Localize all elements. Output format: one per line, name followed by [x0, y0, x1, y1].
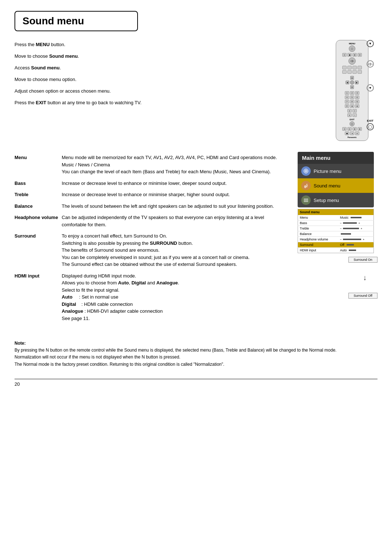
main-menu-box: Main menu Picture menu Sound menu [298, 152, 374, 207]
term-surround: Surround [15, 230, 62, 270]
smt-row-surround: Surround Off [298, 242, 374, 248]
smt-value-surround: Off [338, 242, 374, 248]
exit-step-label: EXIT [367, 119, 374, 122]
smt-label-hdmi: HDMI input [298, 248, 338, 253]
svg-point-2 [304, 185, 306, 188]
sound-menu-label: Sound menu [314, 183, 340, 189]
exit-arrow: ◯ [367, 123, 374, 130]
def-bass: Increase or decrease level to enhance or… [62, 178, 290, 189]
term-balance: Balance [15, 200, 62, 212]
desc-row-bass: Bass Increase or decrease level to enhan… [15, 178, 290, 189]
smt-row-balance: Balance [298, 231, 374, 237]
remote-illustration: MENU ◯ ⊙ ▣ ⊞ ⊡ ◁▷ [327, 40, 377, 141]
note-section: Note: By pressing the N button on the re… [15, 340, 377, 368]
term-treble: Treble [15, 189, 62, 200]
surround-section: Surround On ↓ Surround Off [298, 257, 377, 299]
smt-value-menu: Music [338, 215, 374, 220]
note-title: Note: [15, 341, 26, 346]
intro-step-6: Press the EXIT button at any time to go … [15, 98, 319, 108]
svg-rect-5 [304, 201, 308, 202]
setup-menu-label: Setup menu [314, 198, 339, 203]
smt-row-bass: Bass − + [298, 220, 374, 226]
smt-value-bass: − + [338, 220, 374, 226]
surround-on-label: Surround On [348, 257, 377, 263]
def-surround: To enjoy a concert hall effect, turn Sur… [62, 230, 290, 270]
smt-value-headphone: − + [338, 237, 374, 242]
def-hdmi: Displayed during HDMI input mode. Allows… [62, 270, 290, 324]
desc-row-balance: Balance The levels of sound between the … [15, 200, 290, 212]
picture-menu-label: Picture menu [314, 169, 342, 174]
note-line-1: By pressing the N button on the remote c… [15, 347, 377, 354]
menu-item-setup: Setup menu [298, 193, 374, 207]
smt-row-treble: Treble − + [298, 226, 374, 231]
surround-off-label: Surround Off [348, 293, 377, 299]
smt-label-balance: Balance [298, 231, 338, 237]
content-area: Menu Menu mode will be memorized for eac… [15, 152, 377, 333]
def-treble: Increase or decrease level to enhance or… [62, 189, 290, 200]
desc-row-treble: Treble Increase or decrease level to enh… [15, 189, 290, 200]
surround-arrow: ↓ [363, 274, 367, 282]
menu-arrow: ▼ [367, 40, 374, 47]
desc-table: Menu Menu mode will be memorized for eac… [15, 152, 290, 324]
main-menu-title: Main menu [298, 152, 374, 164]
term-menu: Menu [15, 152, 62, 178]
desc-row-surround: Surround To enjoy a concert hall effect,… [15, 230, 290, 270]
menu-item-sound: Sound menu [298, 178, 374, 193]
smt-label-bass: Bass [298, 220, 338, 226]
setup-icon [301, 195, 311, 205]
nav-arrow-2: ▼ [367, 84, 374, 92]
smt-value-balance [338, 231, 374, 237]
smt-value-treble: − + [338, 226, 374, 231]
smt-row-menu: Menu Music [298, 215, 374, 220]
intro-step-2: Move to choose Sound menu. [15, 52, 319, 61]
term-hdmi: HDMI input [15, 270, 62, 324]
menu-item-picture: Picture menu [298, 164, 374, 178]
page-title: Sound menu [15, 11, 138, 31]
intro-text: Press the MENU button. Move to choose So… [15, 40, 319, 141]
note-line-2: Normalization will not occur if the menu… [15, 354, 377, 361]
intro-step-1: Press the MENU button. [15, 40, 319, 49]
svg-rect-4 [304, 200, 308, 201]
def-menu: Menu mode will be memorized for each TV,… [62, 152, 290, 178]
smt-label-treble: Treble [298, 226, 338, 231]
desc-row-headphone: Headphone volume Can be adjusted indepen… [15, 212, 290, 230]
desc-row-menu: Menu Menu mode will be memorized for eac… [15, 152, 290, 178]
term-bass: Bass [15, 178, 62, 189]
descriptions-column: Menu Menu mode will be memorized for eac… [15, 152, 290, 333]
def-balance: The levels of sound between the left and… [62, 200, 290, 212]
page-number: 20 [15, 379, 377, 387]
desc-row-hdmi: HDMI input Displayed during HDMI input m… [15, 270, 290, 324]
smt-label-menu: Menu [298, 215, 338, 220]
remote-body: MENU ◯ ⊙ ▣ ⊞ ⊡ ◁▷ [336, 40, 368, 141]
nav-arrow-1: ◁▷ [367, 60, 374, 68]
smt-row-headphone: Headphone volume − + [298, 237, 374, 242]
svg-rect-3 [304, 199, 308, 199]
smt-row-hdmi: HDMI input Auto [298, 248, 374, 253]
intro-step-5: Adjust chosen option or access chosen me… [15, 86, 319, 96]
right-column: Main menu Picture menu Sound menu [298, 152, 377, 333]
sound-menu-table-title: Sound menu [298, 209, 374, 215]
def-headphone: Can be adjusted independently of the TV … [62, 212, 290, 230]
intro-step-3: Access Sound menu. [15, 63, 319, 73]
smt-label-headphone: Headphone volume [298, 237, 338, 242]
sound-menu-table: Sound menu Menu Music Bass [298, 209, 374, 253]
sound-icon [301, 181, 311, 190]
term-headphone: Headphone volume [15, 212, 62, 230]
smt-value-hdmi: Auto [338, 248, 374, 253]
step-arrows: ▼ ◁▷ ▼ EXIT ◯ [367, 40, 374, 130]
svg-point-1 [305, 170, 307, 172]
intro-step-4: Move to choose menu option. [15, 75, 319, 84]
picture-icon [301, 166, 311, 176]
note-line-3: The Normal mode is the factory preset co… [15, 361, 377, 368]
smt-label-surround: Surround [298, 242, 338, 248]
